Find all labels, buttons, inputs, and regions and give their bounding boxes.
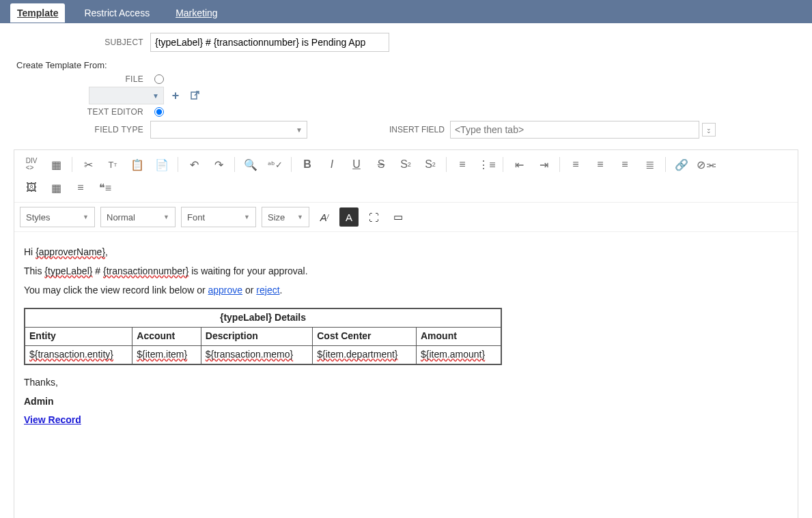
separator (178, 157, 178, 172)
remove-format-button[interactable]: TT (101, 154, 124, 175)
unlink-button[interactable]: ⊘⫘ (695, 154, 718, 175)
text-editor-radio[interactable] (154, 107, 164, 117)
file-label: FILE (14, 74, 150, 84)
line-height-button[interactable]: ≡ (69, 177, 92, 198)
chevron-down-icon: ▼ (297, 214, 303, 220)
expand-button[interactable]: ⌄⌄ (702, 123, 716, 136)
body-signature: Admin (24, 394, 788, 410)
form-area: SUBJECT Create Template From: FILE ▼ + T… (0, 23, 812, 145)
chevron-down-icon: ▼ (244, 214, 250, 220)
underline-button[interactable]: U (345, 154, 368, 175)
align-right-button[interactable]: ≡ (613, 154, 636, 175)
field-type-label: FIELD TYPE (14, 125, 150, 134)
tab-marketing[interactable]: Marketing (169, 3, 224, 23)
insert-field-label: INSERT FIELD (389, 125, 445, 134)
cut-button[interactable]: ✂ (76, 154, 100, 175)
file-dropdown[interactable]: ▼ (89, 87, 164, 104)
image-button[interactable]: 🖼 (20, 177, 43, 198)
create-from-label: Create Template From: (16, 60, 798, 70)
approve-link[interactable]: approve (208, 285, 243, 296)
separator (291, 157, 292, 172)
toolbar-row-1: DIV<> ▦ ✂ TT 📋 📄 ↶ ↷ 🔍 ᵃᵇ✓ B I U S S2 S2… (14, 150, 798, 203)
tab-bar: Template Restrict Access Marketing (0, 3, 812, 23)
numbered-list-button[interactable]: ≡ (451, 154, 474, 175)
table-title-row: {typeLabel} Details (25, 308, 501, 327)
details-table: {typeLabel} Details Entity Account Descr… (24, 308, 502, 364)
link-button[interactable]: 🔗 (670, 154, 693, 175)
find-button[interactable]: 🔍 (239, 154, 262, 175)
source-button[interactable]: DIV<> (20, 154, 43, 175)
subject-label: SUBJECT (14, 38, 150, 47)
subject-input[interactable] (150, 33, 389, 52)
insert-field-input[interactable] (450, 121, 699, 139)
chevron-down-icon: ▼ (83, 214, 89, 220)
chevron-down-icon: ▼ (163, 214, 169, 220)
outdent-button[interactable]: ⇤ (507, 154, 531, 175)
templates-button[interactable]: ▦ (44, 154, 68, 175)
copy-button[interactable]: 📋 (126, 154, 149, 175)
file-radio[interactable] (154, 74, 164, 84)
blockquote-button[interactable]: ❝≡ (94, 177, 117, 198)
tab-restrict-access[interactable]: Restrict Access (77, 3, 156, 23)
editor-container: DIV<> ▦ ✂ TT 📋 📄 ↶ ↷ 🔍 ᵃᵇ✓ B I U S S2 S2… (14, 149, 798, 518)
bullet-list-button[interactable]: ⋮≡ (475, 154, 499, 175)
separator (72, 157, 72, 172)
format-select[interactable]: Normal▼ (100, 207, 176, 227)
italic-button[interactable]: I (320, 154, 344, 175)
separator (665, 157, 666, 172)
body-line-3: You may click the view record link below… (24, 283, 788, 299)
paste-button[interactable]: 📄 (150, 154, 173, 175)
spellcheck-button[interactable]: ᵃᵇ✓ (264, 154, 287, 175)
text-color-button[interactable]: A/ (315, 207, 334, 227)
redo-button[interactable]: ↷ (207, 154, 230, 175)
text-editor-label: TEXT EDITOR (14, 107, 150, 117)
body-thanks: Thanks, (24, 375, 788, 391)
table-data-row: ${transaction.entity} ${item.item} ${tra… (25, 345, 501, 364)
chevron-down-icon: ▼ (152, 92, 159, 100)
bg-color-button[interactable]: A (339, 207, 359, 227)
open-file-button[interactable] (187, 88, 202, 103)
body-greeting: Hi {approverName}, (24, 244, 788, 261)
view-record-link[interactable]: View Record (24, 414, 81, 425)
tab-template[interactable]: Template (10, 3, 65, 23)
align-center-button[interactable]: ≡ (589, 154, 612, 175)
popout-icon (189, 90, 200, 101)
align-left-button[interactable]: ≡ (564, 154, 587, 175)
align-justify-button[interactable]: ≣ (638, 154, 661, 175)
styles-select[interactable]: Styles▼ (20, 207, 95, 227)
chevron-down-icon: ▼ (296, 126, 303, 134)
maximize-button[interactable]: ⛶ (364, 207, 383, 227)
add-file-button[interactable]: + (168, 88, 183, 103)
size-select[interactable]: Size▼ (262, 207, 309, 227)
toolbar-row-2: Styles▼ Normal▼ Font▼ Size▼ A/ A ⛶ ▭ (14, 203, 798, 232)
indent-button[interactable]: ⇥ (532, 154, 555, 175)
subscript-button[interactable]: S2 (394, 154, 417, 175)
chevron-down-icon: ⌄ (706, 130, 712, 132)
strike-button[interactable]: S (369, 154, 393, 175)
editor-content[interactable]: Hi {approverName}, This {typeLabel} # {t… (14, 232, 798, 518)
separator (234, 157, 235, 172)
table-header-row: Entity Account Description Cost Center A… (25, 328, 501, 346)
show-blocks-button[interactable]: ▭ (389, 207, 408, 227)
table-button[interactable]: ▦ (44, 177, 68, 198)
body-line-2: This {typeLabel} # {transactionnumber} i… (24, 263, 788, 280)
reject-link[interactable]: reject (256, 285, 279, 296)
separator (503, 157, 503, 172)
separator (559, 157, 560, 172)
superscript-button[interactable]: S2 (419, 154, 442, 175)
separator (446, 157, 447, 172)
undo-button[interactable]: ↶ (182, 154, 206, 175)
field-type-select[interactable]: ▼ (150, 121, 307, 139)
font-select[interactable]: Font▼ (181, 207, 256, 227)
bold-button[interactable]: B (296, 154, 319, 175)
